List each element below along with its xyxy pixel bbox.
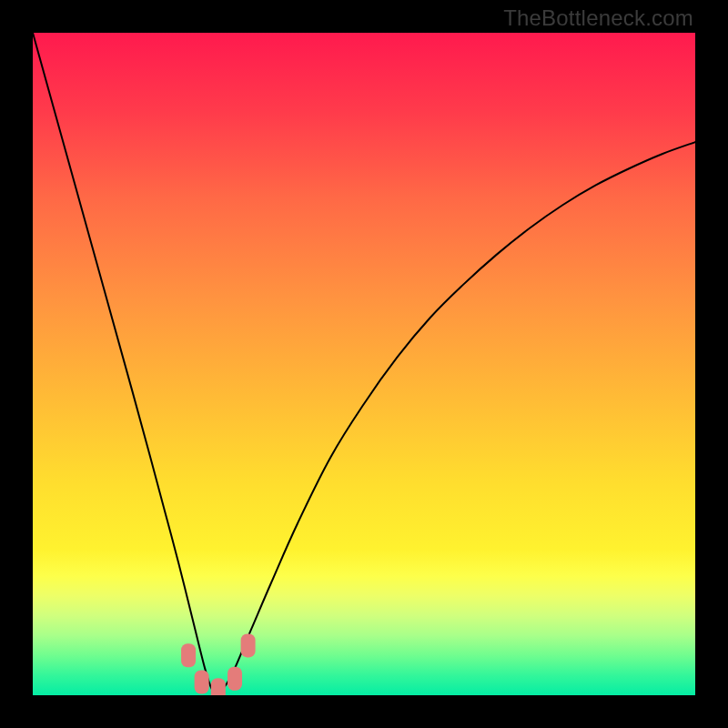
plot-area	[33, 33, 695, 695]
marker-point	[211, 678, 226, 695]
marker-point	[181, 643, 196, 667]
marker-point	[195, 670, 209, 693]
watermark-label: TheBottleneck.com	[503, 5, 693, 31]
chart-frame: TheBottleneck.com	[0, 0, 728, 728]
plot-curve-layer	[33, 33, 695, 695]
marker-point	[228, 667, 242, 691]
series-left-branch	[33, 33, 218, 695]
series-right-branch	[218, 142, 695, 695]
marker-point	[241, 633, 256, 657]
